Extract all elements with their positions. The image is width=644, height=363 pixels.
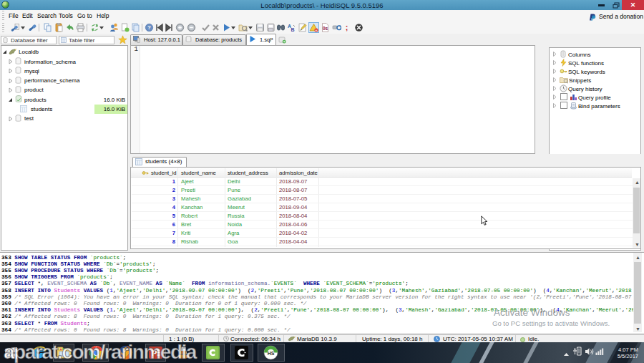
svg-text:HS: HS [268, 351, 275, 356]
svg-text:0s: 0s [323, 26, 328, 31]
svg-text:?: ? [147, 24, 151, 31]
svg-text:+: + [316, 28, 318, 32]
svg-text:B: B [291, 27, 295, 32]
